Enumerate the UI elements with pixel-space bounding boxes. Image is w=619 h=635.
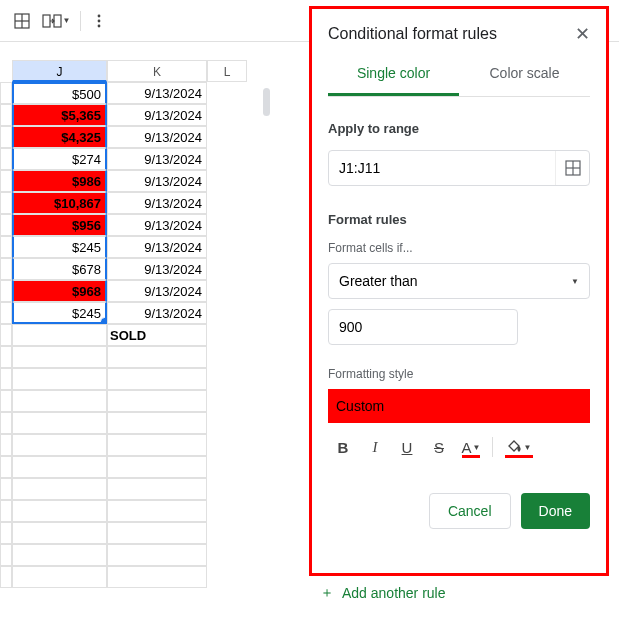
cell-l[interactable] [207, 544, 247, 566]
cell-empty[interactable] [107, 390, 207, 412]
row-header[interactable] [0, 478, 12, 500]
cell-empty[interactable] [12, 478, 107, 500]
cell-j[interactable]: $10,867 [12, 192, 107, 214]
cell-l[interactable] [207, 192, 247, 214]
row-header[interactable] [0, 280, 12, 302]
cell-k[interactable]: 9/13/2024 [107, 192, 207, 214]
close-icon[interactable]: ✕ [575, 23, 590, 45]
spreadsheet[interactable]: JKL$5009/13/2024$5,3659/13/2024$4,3259/1… [0, 42, 262, 635]
row-header[interactable] [0, 104, 12, 126]
tab-color-scale[interactable]: Color scale [459, 65, 590, 96]
cell-empty[interactable] [107, 346, 207, 368]
range-input[interactable] [329, 160, 555, 176]
row-header[interactable] [0, 346, 12, 368]
cell-l[interactable] [207, 236, 247, 258]
cell-k[interactable]: 9/13/2024 [107, 170, 207, 192]
cell-l[interactable] [207, 346, 247, 368]
cell-empty[interactable] [107, 478, 207, 500]
condition-select[interactable]: Greater than ▼ [328, 263, 590, 299]
cell-empty[interactable] [107, 566, 207, 588]
row-header[interactable] [0, 500, 12, 522]
threshold-input[interactable] [328, 309, 518, 345]
cell-l[interactable] [207, 500, 247, 522]
row-header[interactable] [0, 368, 12, 390]
cell-k[interactable]: 9/13/2024 [107, 258, 207, 280]
row-header[interactable] [0, 412, 12, 434]
cell-empty[interactable] [12, 412, 107, 434]
style-preview[interactable]: Custom [328, 389, 590, 423]
row-header[interactable] [0, 126, 12, 148]
cell-l[interactable] [207, 324, 247, 346]
done-button[interactable]: Done [521, 493, 590, 529]
cell-empty[interactable] [107, 500, 207, 522]
cell-l[interactable] [207, 280, 247, 302]
cell-l[interactable] [207, 148, 247, 170]
cell-l[interactable] [207, 478, 247, 500]
row-header[interactable] [0, 148, 12, 170]
cell-l[interactable] [207, 412, 247, 434]
row-header[interactable] [0, 302, 12, 324]
cell-empty[interactable] [107, 456, 207, 478]
cell-j[interactable]: $986 [12, 170, 107, 192]
cell-j[interactable]: $5,365 [12, 104, 107, 126]
cell-k[interactable]: 9/13/2024 [107, 280, 207, 302]
cell-l[interactable] [207, 522, 247, 544]
column-header-k[interactable]: K [107, 60, 207, 82]
cell-empty[interactable] [107, 368, 207, 390]
cell-k[interactable]: 9/13/2024 [107, 236, 207, 258]
row-header[interactable] [0, 214, 12, 236]
cell-j[interactable]: $245 [12, 236, 107, 258]
cell-empty[interactable] [12, 434, 107, 456]
column-header-j[interactable]: J [12, 60, 107, 82]
row-header[interactable] [0, 324, 12, 346]
merge-cells-icon[interactable]: ▼ [36, 7, 76, 35]
row-header[interactable] [0, 82, 12, 104]
underline-button[interactable]: U [392, 432, 422, 462]
cell-l[interactable] [207, 82, 247, 104]
add-another-rule[interactable]: ＋ Add another rule [320, 584, 446, 602]
cell-empty[interactable] [107, 544, 207, 566]
cell-j[interactable]: $4,325 [12, 126, 107, 148]
cell-empty[interactable] [107, 522, 207, 544]
cell-j[interactable]: $500 [12, 82, 107, 104]
cell-empty[interactable] [12, 566, 107, 588]
row-header[interactable] [0, 566, 12, 588]
cell-j[interactable]: $274 [12, 148, 107, 170]
cell-l[interactable] [207, 368, 247, 390]
cell-j[interactable]: $678 [12, 258, 107, 280]
cell-k[interactable]: 9/13/2024 [107, 126, 207, 148]
select-range-icon[interactable] [555, 151, 589, 185]
borders-icon[interactable] [8, 7, 36, 35]
cell-k[interactable]: 9/13/2024 [107, 104, 207, 126]
cell-l[interactable] [207, 170, 247, 192]
text-color-button[interactable]: A▼ [456, 432, 486, 462]
column-header-l[interactable]: L [207, 60, 247, 82]
tab-single-color[interactable]: Single color [328, 65, 459, 96]
italic-button[interactable]: I [360, 432, 390, 462]
cell-empty[interactable] [12, 500, 107, 522]
cell-k[interactable]: 9/13/2024 [107, 148, 207, 170]
cell-empty[interactable] [12, 390, 107, 412]
cell-j[interactable]: $245 [12, 302, 107, 324]
row-header[interactable] [0, 192, 12, 214]
cell-j-empty[interactable] [12, 324, 107, 346]
cell-j[interactable]: $968 [12, 280, 107, 302]
row-header[interactable] [0, 258, 12, 280]
cell-empty[interactable] [107, 412, 207, 434]
cell-empty[interactable] [12, 544, 107, 566]
cell-l[interactable] [207, 258, 247, 280]
cell-empty[interactable] [12, 368, 107, 390]
cell-j[interactable]: $956 [12, 214, 107, 236]
row-header[interactable] [0, 522, 12, 544]
row-header[interactable] [0, 390, 12, 412]
row-header[interactable] [0, 236, 12, 258]
cell-k[interactable]: 9/13/2024 [107, 302, 207, 324]
cell-l[interactable] [207, 456, 247, 478]
row-header[interactable] [0, 434, 12, 456]
scrollbar-thumb[interactable] [263, 88, 270, 116]
cell-empty[interactable] [107, 434, 207, 456]
cell-l[interactable] [207, 566, 247, 588]
cell-l[interactable] [207, 104, 247, 126]
cell-l[interactable] [207, 126, 247, 148]
cell-sold[interactable]: SOLD [107, 324, 207, 346]
